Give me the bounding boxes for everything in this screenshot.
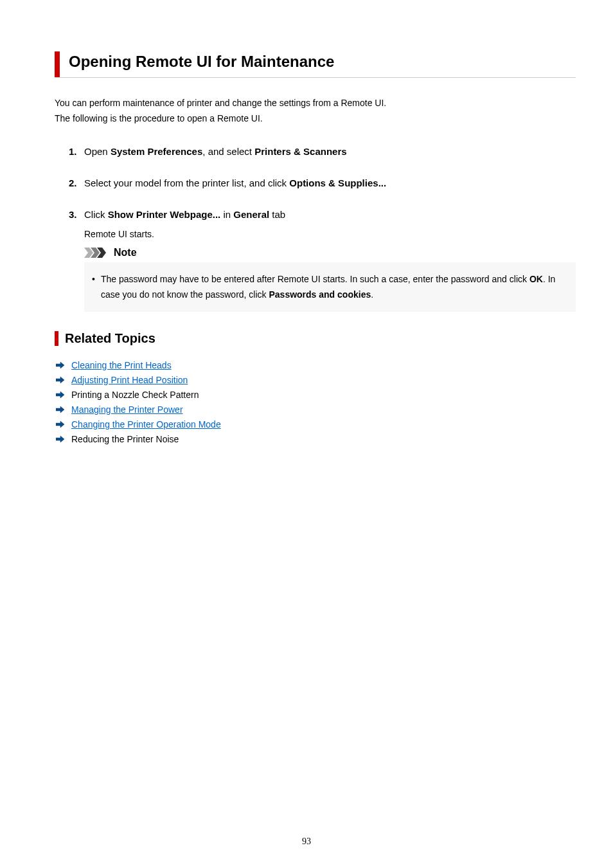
- note-block: Note The password may have to be entered…: [84, 247, 576, 312]
- intro-text: You can perform maintenance of printer a…: [55, 96, 576, 127]
- related-text: Reducing the Printer Noise: [71, 434, 179, 444]
- step-number: 1.: [69, 146, 84, 157]
- step-text: Select your model from the printer list,…: [84, 176, 386, 190]
- note-label: Note: [114, 247, 137, 258]
- intro-line-2: The following is the procedure to open a…: [55, 111, 576, 127]
- list-item: Changing the Printer Operation Mode: [56, 419, 576, 429]
- step-3: 3. Click Show Printer Webpage... in Gene…: [69, 208, 576, 312]
- step-number: 3.: [69, 209, 84, 220]
- related-topics-heading: Related Topics: [55, 331, 576, 346]
- step-text: Click Show Printer Webpage... in General…: [84, 208, 285, 221]
- arrow-right-icon: [56, 376, 65, 384]
- arrow-right-icon: [56, 361, 65, 369]
- arrow-right-icon: [56, 435, 65, 443]
- list-item: Adjusting Print Head Position: [56, 375, 576, 385]
- arrow-right-icon: [56, 391, 65, 399]
- arrow-right-icon: [56, 420, 65, 428]
- steps-list: 1. Open System Preferences, and select P…: [55, 145, 576, 312]
- related-text: Printing a Nozzle Check Pattern: [71, 390, 199, 400]
- step-text: Open System Preferences, and select Prin…: [84, 145, 347, 158]
- list-item: Cleaning the Print Heads: [56, 360, 576, 370]
- step-number: 2.: [69, 177, 84, 188]
- related-link[interactable]: Changing the Printer Operation Mode: [71, 419, 221, 429]
- page-number: 93: [0, 836, 613, 847]
- list-item: Printing a Nozzle Check Pattern: [56, 390, 576, 400]
- intro-line-1: You can perform maintenance of printer a…: [55, 96, 576, 111]
- step-1: 1. Open System Preferences, and select P…: [69, 145, 576, 158]
- related-link[interactable]: Adjusting Print Head Position: [71, 375, 188, 385]
- related-link[interactable]: Managing the Printer Power: [71, 404, 183, 415]
- step-2: 2. Select your model from the printer li…: [69, 176, 576, 190]
- page-title: Opening Remote UI for Maintenance: [55, 51, 576, 77]
- related-link[interactable]: Cleaning the Print Heads: [71, 360, 172, 370]
- note-box: The password may have to be entered afte…: [84, 262, 576, 312]
- arrow-right-icon: [56, 406, 65, 413]
- chevron-right-icon: [84, 248, 109, 258]
- list-item: Managing the Printer Power: [56, 404, 576, 415]
- step-3-sub: Remote UI starts.: [69, 229, 576, 239]
- list-item: Reducing the Printer Noise: [56, 434, 576, 444]
- related-topics-list: Cleaning the Print HeadsAdjusting Print …: [55, 360, 576, 444]
